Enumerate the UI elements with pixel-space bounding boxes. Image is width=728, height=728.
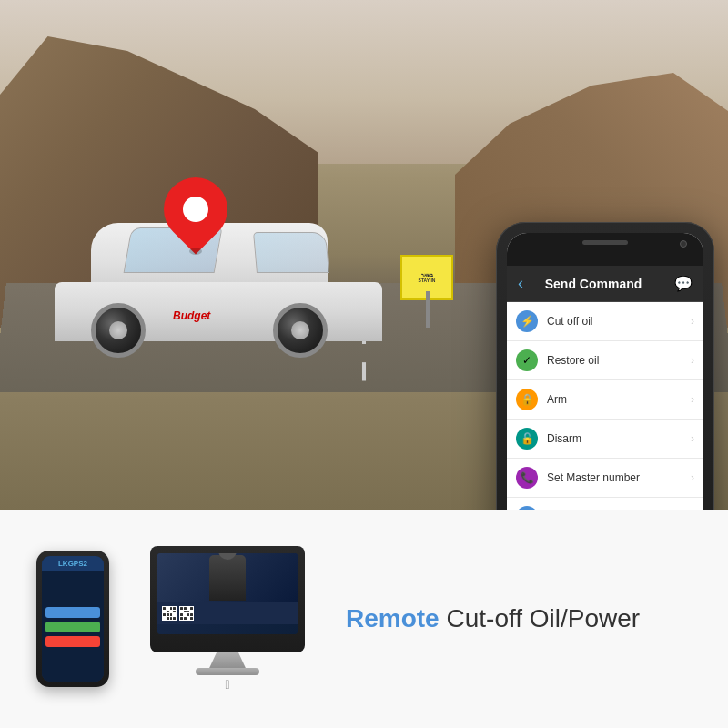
cut-oil-label: Cut off oil (547, 315, 691, 328)
tagline-highlight: Remote (346, 604, 440, 632)
tagline-text: Remote Cut-off Oil/Power (346, 603, 640, 634)
qr-code-1 (162, 606, 177, 621)
chevron-icon: › (691, 315, 694, 328)
small-screen-body (42, 571, 104, 682)
small-btn-3 (46, 636, 100, 647)
imac-base (196, 668, 259, 675)
cut-oil-icon: ⚡ (516, 310, 538, 332)
phone-outer-case: ‹ Send Command 💬 ⚡ Cut off oil › ✓ Resto… (496, 222, 714, 510)
small-phone-screen: LKGPS2 (42, 556, 104, 682)
hero-section: בשאר STAY IN Budget (0, 0, 728, 510)
car-brand-logo: Budget (173, 309, 210, 322)
bottom-section: LKGPS2 (0, 510, 728, 728)
app-logo: LKGPS2 (58, 560, 87, 568)
imac-bottom-bar (157, 602, 298, 624)
restore-oil-label: Restore oil (547, 354, 691, 367)
chat-icon[interactable]: 💬 (674, 275, 693, 292)
imac-person-figure (209, 555, 246, 601)
apple-logo:  (225, 677, 229, 692)
menu-item-arm[interactable]: 🔒 Arm › (507, 380, 703, 420)
menu-item-master-number[interactable]: 📞 Set Master number › (507, 459, 703, 498)
arm-label: Arm (547, 393, 691, 406)
imac-screen-inner (157, 553, 298, 634)
tagline-normal: Cut-off Oil/Power (446, 604, 640, 632)
back-button[interactable]: ‹ (518, 274, 523, 293)
imac-mockup:  (146, 546, 309, 692)
restore-oil-icon: ✓ (516, 349, 538, 371)
bottom-tagline: Remote Cut-off Oil/Power (346, 603, 692, 634)
imac-stand (209, 652, 246, 668)
command-list: ⚡ Cut off oil › ✓ Restore oil › 🔒 Arm › (507, 302, 703, 510)
car-rear-wheel (91, 303, 146, 358)
disarm-label: Disarm (547, 432, 691, 445)
screen-title: Send Command (531, 277, 656, 291)
menu-item-upload-freq[interactable]: ↑ Upload frequency › (507, 498, 703, 510)
phone-camera (680, 240, 687, 248)
road-sign: בשאר STAY IN (400, 255, 455, 328)
nav-bar: ‹ Send Command 💬 (507, 266, 703, 302)
menu-item-cut-oil[interactable]: ⚡ Cut off oil › (507, 302, 703, 341)
small-phone-mockup: LKGPS2 (36, 551, 109, 687)
disarm-icon: 🔓 (516, 428, 538, 450)
sign-post (426, 291, 430, 328)
phone-screen: ‹ Send Command 💬 ⚡ Cut off oil › ✓ Resto… (507, 233, 703, 510)
small-screen-header: LKGPS2 (42, 556, 104, 571)
qr-code-2 (179, 606, 194, 621)
master-number-label: Set Master number (547, 471, 691, 484)
status-bar (507, 233, 703, 266)
chevron-icon: › (691, 354, 694, 367)
small-btn-1 (46, 607, 100, 618)
arm-icon: 🔒 (516, 389, 538, 410)
chevron-icon: › (691, 471, 694, 484)
small-btn-2 (46, 622, 100, 632)
car-front-wheel (273, 303, 328, 358)
location-pin (164, 177, 228, 255)
imac-screen-content (157, 553, 298, 602)
phone-speaker (582, 240, 628, 245)
chevron-icon: › (691, 432, 694, 445)
menu-item-disarm[interactable]: 🔓 Disarm › (507, 420, 703, 459)
pin-shadow (189, 248, 202, 255)
imac-qr-codes (162, 606, 194, 621)
phone-mockup: ‹ Send Command 💬 ⚡ Cut off oil › ✓ Resto… (496, 222, 714, 510)
master-number-icon: 📞 (516, 467, 538, 489)
chevron-icon: › (691, 393, 694, 406)
pin-head (151, 165, 241, 255)
car-rear-window (253, 232, 329, 273)
imac-screen-outer (150, 546, 305, 652)
menu-item-restore-oil[interactable]: ✓ Restore oil › (507, 341, 703, 380)
